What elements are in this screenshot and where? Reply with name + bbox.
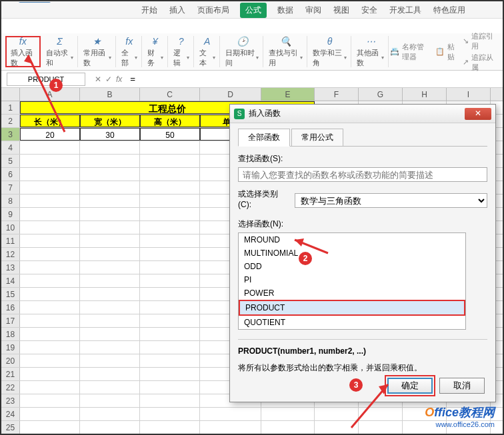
lookup-functions-button[interactable]: 🔍 查找与引用▾ [265,36,307,67]
row-header[interactable]: 13 [1,261,20,274]
cell[interactable] [80,181,140,194]
cell[interactable] [140,274,200,287]
cell[interactable] [20,328,80,340]
row-header[interactable]: 9 [1,208,20,220]
col-header-d[interactable]: D [200,88,261,101]
fx-icon[interactable]: fx [116,75,122,84]
cell[interactable] [20,168,80,181]
cell[interactable] [20,341,80,354]
cell[interactable] [140,354,200,367]
tab-all-functions[interactable]: 全部函数 [238,129,290,147]
cell[interactable] [359,408,403,420]
row-header[interactable]: 2 [1,115,20,127]
cell[interactable] [20,141,80,154]
formula-input[interactable] [126,73,503,86]
cell[interactable] [80,408,140,420]
cell[interactable] [20,381,80,394]
cell[interactable] [140,341,200,354]
tab-common-formulas[interactable]: 常用公式 [291,129,343,146]
ok-button[interactable]: 确定 [387,378,433,394]
category-select[interactable]: 数学与三角函数 [295,193,487,208]
all-functions-button[interactable]: fx 全部▾ [117,36,142,67]
cell[interactable] [20,155,80,167]
cell[interactable] [140,208,200,220]
autosum-button[interactable]: Σ 自动求和▾ [42,36,79,67]
tab-pagelayout[interactable]: 页面布局 [196,3,231,18]
cell[interactable] [80,394,140,407]
row-header[interactable]: 24 [1,408,20,420]
cell[interactable] [140,261,200,274]
row-header[interactable]: 17 [1,314,20,327]
cell[interactable] [80,141,140,154]
function-item-selected[interactable]: PRODUCT [239,300,465,316]
cell[interactable] [20,208,80,220]
cell[interactable] [20,195,80,207]
cell[interactable] [140,421,200,434]
search-function-input[interactable] [238,167,487,182]
tab-review[interactable]: 审阅 [304,3,323,18]
cell[interactable] [80,248,140,260]
cell[interactable] [140,394,200,407]
cell[interactable] [140,168,200,181]
cell[interactable] [80,368,140,380]
other-functions-button[interactable]: ⋯ 其他函数▾ [353,36,389,67]
tab-insert[interactable]: 插入 [168,3,187,18]
row-header[interactable]: 14 [1,274,20,287]
cell[interactable] [80,381,140,394]
col-header-e[interactable]: E [261,88,315,101]
cell[interactable] [20,234,80,247]
cell[interactable] [200,408,261,420]
cell[interactable] [80,354,140,367]
cell[interactable] [140,234,200,247]
trace-precedents-button[interactable]: ↘追踪引用 [463,31,493,51]
cell[interactable] [80,155,140,167]
select-all-corner[interactable] [1,88,20,101]
row-header[interactable]: 7 [1,181,20,194]
cell[interactable] [80,168,140,181]
function-item[interactable]: QUOTIENT [239,316,465,329]
common-functions-button[interactable]: ★ 常用函数▾ [79,36,116,67]
cell[interactable] [20,421,80,434]
cell[interactable] [80,274,140,287]
row-header[interactable]: 22 [1,381,20,394]
row-header[interactable]: 21 [1,368,20,380]
cell[interactable]: 50 [140,128,200,141]
cancel-formula-icon[interactable]: ✕ [95,75,101,84]
cell[interactable] [140,155,200,167]
row-header[interactable]: 25 [1,421,20,434]
cell[interactable] [315,421,359,434]
cell[interactable] [140,408,200,420]
text-functions-button[interactable]: A 文本▾ [195,36,220,67]
cell[interactable] [140,328,200,340]
cell[interactable] [20,368,80,380]
cell[interactable] [20,221,80,234]
paste-name-button[interactable]: 📋粘贴 [435,31,457,73]
row-header[interactable]: 3 [1,128,20,141]
datetime-functions-button[interactable]: 🕑 日期和时间▾ [221,36,264,67]
col-header-f[interactable]: F [315,88,359,101]
cell[interactable] [20,408,80,420]
cell[interactable] [80,195,140,207]
col-header-h[interactable]: H [403,88,447,101]
math-functions-button[interactable]: θ 数学和三角▾ [309,36,351,67]
function-item[interactable]: MROUND [239,233,465,246]
tab-special[interactable]: 特色应用 [432,3,467,18]
cell[interactable] [80,208,140,220]
col-header-a[interactable]: A [20,88,80,101]
cell[interactable] [80,314,140,327]
cell[interactable] [80,301,140,314]
cell-header[interactable]: 宽（米） [80,115,140,127]
row-header[interactable]: 11 [1,234,20,247]
col-header-g[interactable]: G [359,88,403,101]
name-manager-button[interactable]: 📇名称管理器 [390,31,430,73]
tab-developer[interactable]: 开发工具 [388,3,423,18]
cell[interactable] [140,221,200,234]
row-header[interactable]: 16 [1,301,20,314]
row-header[interactable]: 12 [1,248,20,260]
row-header[interactable]: 19 [1,341,20,354]
row-header[interactable]: 20 [1,354,20,367]
row-header[interactable]: 1 [1,101,20,114]
function-item[interactable]: POWER [239,286,465,300]
cell[interactable] [200,421,261,434]
cell[interactable] [80,221,140,234]
